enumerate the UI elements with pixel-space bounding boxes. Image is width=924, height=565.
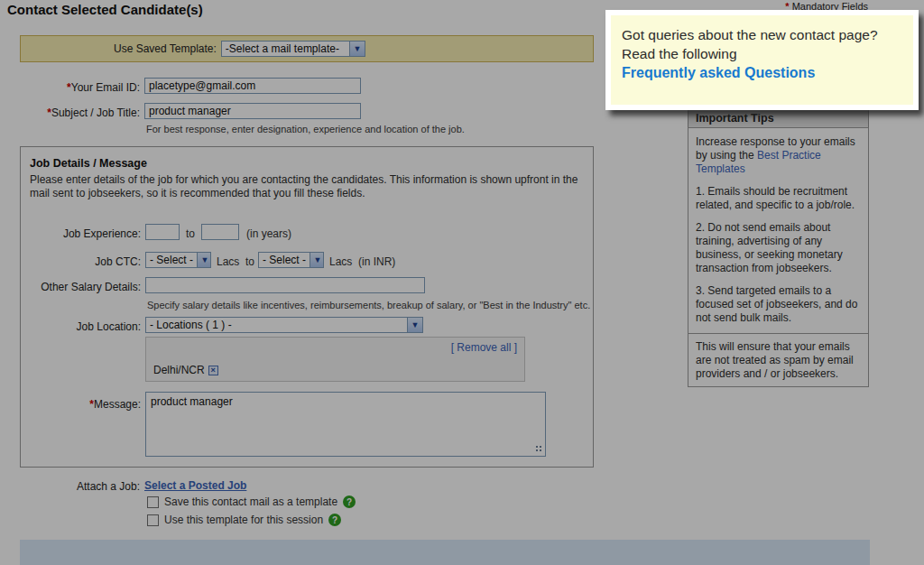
- faq-callout-text: Got queries about the new contact page? …: [622, 27, 878, 61]
- faq-link[interactable]: Frequently asked Questions: [622, 65, 815, 80]
- faq-callout: Got queries about the new contact page? …: [605, 10, 919, 110]
